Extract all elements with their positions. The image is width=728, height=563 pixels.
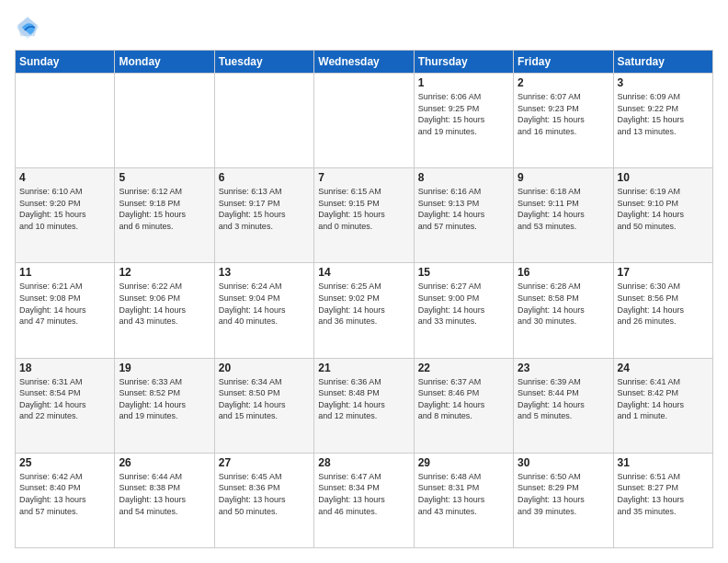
calendar-cell: 25Sunrise: 6:42 AM Sunset: 8:40 PM Dayli… xyxy=(16,453,115,547)
calendar-day-header: Tuesday xyxy=(214,51,313,74)
day-number: 16 xyxy=(518,266,609,279)
day-number: 27 xyxy=(219,456,310,469)
day-number: 31 xyxy=(618,456,709,469)
day-info: Sunrise: 6:10 AM Sunset: 9:20 PM Dayligh… xyxy=(19,186,110,232)
day-info: Sunrise: 6:13 AM Sunset: 9:17 PM Dayligh… xyxy=(219,186,310,232)
day-info: Sunrise: 6:21 AM Sunset: 9:08 PM Dayligh… xyxy=(19,281,110,327)
calendar-day-header: Wednesday xyxy=(314,51,414,74)
logo xyxy=(15,15,44,40)
header xyxy=(15,15,713,40)
calendar-day-header: Saturday xyxy=(613,51,712,74)
day-number: 7 xyxy=(318,171,409,184)
logo-icon xyxy=(15,15,40,40)
day-info: Sunrise: 6:34 AM Sunset: 8:50 PM Dayligh… xyxy=(219,376,310,422)
day-info: Sunrise: 6:24 AM Sunset: 9:04 PM Dayligh… xyxy=(219,281,310,327)
day-number: 30 xyxy=(518,456,609,469)
calendar-cell: 24Sunrise: 6:41 AM Sunset: 8:42 PM Dayli… xyxy=(613,358,712,453)
calendar-cell: 6Sunrise: 6:13 AM Sunset: 9:17 PM Daylig… xyxy=(214,168,313,263)
day-info: Sunrise: 6:41 AM Sunset: 8:42 PM Dayligh… xyxy=(618,376,709,422)
day-info: Sunrise: 6:44 AM Sunset: 8:38 PM Dayligh… xyxy=(119,471,210,517)
day-number: 23 xyxy=(518,362,609,374)
calendar-cell: 16Sunrise: 6:28 AM Sunset: 8:58 PM Dayli… xyxy=(514,263,613,358)
day-number: 14 xyxy=(318,266,409,279)
calendar-day-header: Friday xyxy=(514,51,613,74)
day-info: Sunrise: 6:18 AM Sunset: 9:11 PM Dayligh… xyxy=(518,186,609,232)
calendar-cell xyxy=(214,74,313,168)
day-info: Sunrise: 6:27 AM Sunset: 9:00 PM Dayligh… xyxy=(418,281,509,327)
calendar-cell: 29Sunrise: 6:48 AM Sunset: 8:31 PM Dayli… xyxy=(414,453,513,547)
calendar-week-row: 11Sunrise: 6:21 AM Sunset: 9:08 PM Dayli… xyxy=(16,263,713,358)
day-info: Sunrise: 6:37 AM Sunset: 8:46 PM Dayligh… xyxy=(418,376,509,422)
calendar-cell: 31Sunrise: 6:51 AM Sunset: 8:27 PM Dayli… xyxy=(613,453,712,547)
day-number: 24 xyxy=(618,362,709,374)
day-number: 20 xyxy=(219,362,310,374)
day-info: Sunrise: 6:47 AM Sunset: 8:34 PM Dayligh… xyxy=(318,471,409,517)
day-info: Sunrise: 6:28 AM Sunset: 8:58 PM Dayligh… xyxy=(518,281,609,327)
day-info: Sunrise: 6:19 AM Sunset: 9:10 PM Dayligh… xyxy=(618,186,709,232)
calendar-day-header: Thursday xyxy=(414,51,513,74)
calendar: SundayMondayTuesdayWednesdayThursdayFrid… xyxy=(15,50,713,548)
day-number: 8 xyxy=(418,171,509,184)
day-info: Sunrise: 6:22 AM Sunset: 9:06 PM Dayligh… xyxy=(119,281,210,327)
day-info: Sunrise: 6:30 AM Sunset: 8:56 PM Dayligh… xyxy=(618,281,709,327)
day-info: Sunrise: 6:09 AM Sunset: 9:22 PM Dayligh… xyxy=(618,91,709,137)
calendar-cell: 23Sunrise: 6:39 AM Sunset: 8:44 PM Dayli… xyxy=(514,358,613,453)
day-info: Sunrise: 6:12 AM Sunset: 9:18 PM Dayligh… xyxy=(119,186,210,232)
day-info: Sunrise: 6:51 AM Sunset: 8:27 PM Dayligh… xyxy=(618,471,709,517)
day-number: 18 xyxy=(19,362,110,374)
calendar-cell: 14Sunrise: 6:25 AM Sunset: 9:02 PM Dayli… xyxy=(314,263,414,358)
calendar-cell xyxy=(115,74,214,168)
day-number: 5 xyxy=(119,171,210,184)
day-number: 25 xyxy=(19,456,110,469)
day-number: 28 xyxy=(318,456,409,469)
calendar-cell: 4Sunrise: 6:10 AM Sunset: 9:20 PM Daylig… xyxy=(16,168,115,263)
day-info: Sunrise: 6:31 AM Sunset: 8:54 PM Dayligh… xyxy=(19,376,110,422)
day-number: 19 xyxy=(119,362,210,374)
calendar-cell: 9Sunrise: 6:18 AM Sunset: 9:11 PM Daylig… xyxy=(514,168,613,263)
calendar-cell: 7Sunrise: 6:15 AM Sunset: 9:15 PM Daylig… xyxy=(314,168,414,263)
day-number: 22 xyxy=(418,362,509,374)
day-number: 11 xyxy=(19,266,110,279)
day-info: Sunrise: 6:33 AM Sunset: 8:52 PM Dayligh… xyxy=(119,376,210,422)
day-info: Sunrise: 6:50 AM Sunset: 8:29 PM Dayligh… xyxy=(518,471,609,517)
day-info: Sunrise: 6:15 AM Sunset: 9:15 PM Dayligh… xyxy=(318,186,409,232)
calendar-cell: 28Sunrise: 6:47 AM Sunset: 8:34 PM Dayli… xyxy=(314,453,414,547)
day-number: 29 xyxy=(418,456,509,469)
day-number: 13 xyxy=(219,266,310,279)
day-info: Sunrise: 6:25 AM Sunset: 9:02 PM Dayligh… xyxy=(318,281,409,327)
day-number: 9 xyxy=(518,171,609,184)
day-number: 26 xyxy=(119,456,210,469)
calendar-cell: 3Sunrise: 6:09 AM Sunset: 9:22 PM Daylig… xyxy=(613,74,712,168)
calendar-cell: 12Sunrise: 6:22 AM Sunset: 9:06 PM Dayli… xyxy=(115,263,214,358)
day-number: 10 xyxy=(618,171,709,184)
calendar-header-row: SundayMondayTuesdayWednesdayThursdayFrid… xyxy=(16,51,713,74)
day-number: 6 xyxy=(219,171,310,184)
day-info: Sunrise: 6:06 AM Sunset: 9:25 PM Dayligh… xyxy=(418,91,509,137)
calendar-cell: 27Sunrise: 6:45 AM Sunset: 8:36 PM Dayli… xyxy=(214,453,313,547)
day-number: 2 xyxy=(518,76,609,89)
day-info: Sunrise: 6:07 AM Sunset: 9:23 PM Dayligh… xyxy=(518,91,609,137)
calendar-cell: 11Sunrise: 6:21 AM Sunset: 9:08 PM Dayli… xyxy=(16,263,115,358)
day-number: 3 xyxy=(618,76,709,89)
calendar-week-row: 18Sunrise: 6:31 AM Sunset: 8:54 PM Dayli… xyxy=(16,358,713,453)
day-info: Sunrise: 6:39 AM Sunset: 8:44 PM Dayligh… xyxy=(518,376,609,422)
calendar-day-header: Monday xyxy=(115,51,214,74)
day-number: 17 xyxy=(618,266,709,279)
calendar-cell: 22Sunrise: 6:37 AM Sunset: 8:46 PM Dayli… xyxy=(414,358,513,453)
day-number: 15 xyxy=(418,266,509,279)
calendar-cell xyxy=(314,74,414,168)
calendar-cell: 5Sunrise: 6:12 AM Sunset: 9:18 PM Daylig… xyxy=(115,168,214,263)
calendar-cell: 19Sunrise: 6:33 AM Sunset: 8:52 PM Dayli… xyxy=(115,358,214,453)
day-number: 4 xyxy=(19,171,110,184)
calendar-cell: 10Sunrise: 6:19 AM Sunset: 9:10 PM Dayli… xyxy=(613,168,712,263)
day-info: Sunrise: 6:36 AM Sunset: 8:48 PM Dayligh… xyxy=(318,376,409,422)
day-info: Sunrise: 6:45 AM Sunset: 8:36 PM Dayligh… xyxy=(219,471,310,517)
calendar-week-row: 4Sunrise: 6:10 AM Sunset: 9:20 PM Daylig… xyxy=(16,168,713,263)
calendar-cell: 30Sunrise: 6:50 AM Sunset: 8:29 PM Dayli… xyxy=(514,453,613,547)
calendar-cell: 2Sunrise: 6:07 AM Sunset: 9:23 PM Daylig… xyxy=(514,74,613,168)
calendar-cell: 1Sunrise: 6:06 AM Sunset: 9:25 PM Daylig… xyxy=(414,74,513,168)
day-number: 1 xyxy=(418,76,509,89)
calendar-cell: 13Sunrise: 6:24 AM Sunset: 9:04 PM Dayli… xyxy=(214,263,313,358)
day-info: Sunrise: 6:48 AM Sunset: 8:31 PM Dayligh… xyxy=(418,471,509,517)
calendar-cell: 17Sunrise: 6:30 AM Sunset: 8:56 PM Dayli… xyxy=(613,263,712,358)
